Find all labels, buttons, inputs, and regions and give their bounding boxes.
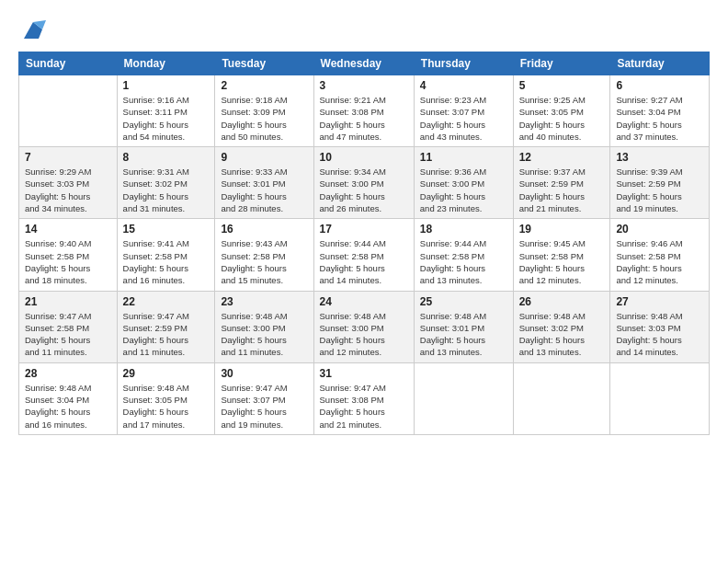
day-number: 15 (123, 223, 210, 236)
day-cell: 6Sunrise: 9:27 AM Sunset: 3:04 PM Daylig… (610, 75, 710, 147)
col-header-saturday: Saturday (610, 52, 710, 75)
day-info: Sunrise: 9:33 AM Sunset: 3:01 PM Dayligh… (221, 166, 307, 214)
day-number: 6 (616, 79, 703, 92)
day-cell (610, 362, 710, 434)
day-number: 20 (616, 223, 703, 236)
day-number: 5 (519, 79, 605, 92)
day-cell: 24Sunrise: 9:48 AM Sunset: 3:00 PM Dayli… (313, 291, 414, 362)
day-number: 19 (519, 223, 605, 236)
day-info: Sunrise: 9:45 AM Sunset: 2:58 PM Dayligh… (519, 237, 605, 286)
day-info: Sunrise: 9:48 AM Sunset: 3:03 PM Dayligh… (616, 310, 703, 359)
day-number: 18 (420, 223, 507, 236)
day-cell: 4Sunrise: 9:23 AM Sunset: 3:07 PM Daylig… (414, 75, 513, 147)
day-info: Sunrise: 9:46 AM Sunset: 2:58 PM Dayligh… (616, 237, 703, 286)
col-header-sunday: Sunday (19, 52, 118, 75)
day-number: 2 (221, 79, 307, 92)
day-number: 24 (320, 295, 408, 308)
day-number: 7 (25, 151, 111, 164)
day-info: Sunrise: 9:48 AM Sunset: 3:01 PM Dayligh… (420, 310, 507, 359)
day-cell: 25Sunrise: 9:48 AM Sunset: 3:01 PM Dayli… (414, 291, 513, 362)
day-info: Sunrise: 9:16 AM Sunset: 3:11 PM Dayligh… (123, 94, 210, 143)
col-header-monday: Monday (117, 52, 215, 75)
day-cell: 26Sunrise: 9:48 AM Sunset: 3:02 PM Dayli… (513, 291, 610, 362)
day-info: Sunrise: 9:48 AM Sunset: 3:02 PM Dayligh… (519, 310, 605, 359)
day-number: 1 (123, 79, 210, 92)
header (18, 17, 710, 42)
day-number: 23 (221, 295, 307, 308)
col-header-thursday: Thursday (414, 52, 513, 75)
day-info: Sunrise: 9:37 AM Sunset: 2:59 PM Dayligh… (519, 166, 605, 214)
day-number: 25 (420, 295, 507, 308)
day-number: 13 (616, 151, 703, 164)
day-cell: 7Sunrise: 9:29 AM Sunset: 3:03 PM Daylig… (19, 147, 118, 219)
day-info: Sunrise: 9:40 AM Sunset: 2:58 PM Dayligh… (25, 237, 111, 286)
day-cell: 2Sunrise: 9:18 AM Sunset: 3:09 PM Daylig… (215, 75, 313, 147)
day-info: Sunrise: 9:47 AM Sunset: 3:08 PM Dayligh… (320, 382, 408, 431)
day-info: Sunrise: 9:41 AM Sunset: 2:58 PM Dayligh… (123, 237, 210, 286)
day-info: Sunrise: 9:36 AM Sunset: 3:00 PM Dayligh… (420, 166, 507, 214)
week-row-4: 21Sunrise: 9:47 AM Sunset: 2:58 PM Dayli… (19, 291, 710, 362)
day-number: 31 (320, 367, 408, 380)
day-cell: 3Sunrise: 9:21 AM Sunset: 3:08 PM Daylig… (313, 75, 414, 147)
day-number: 12 (519, 151, 605, 164)
day-number: 11 (420, 151, 507, 164)
day-number: 14 (25, 223, 111, 236)
day-cell: 22Sunrise: 9:47 AM Sunset: 2:59 PM Dayli… (117, 291, 215, 362)
day-number: 22 (123, 295, 210, 308)
day-cell: 23Sunrise: 9:48 AM Sunset: 3:00 PM Dayli… (215, 291, 313, 362)
logo (18, 17, 46, 42)
day-number: 21 (25, 295, 111, 308)
day-info: Sunrise: 9:43 AM Sunset: 2:58 PM Dayligh… (221, 237, 307, 286)
calendar-table: SundayMondayTuesdayWednesdayThursdayFrid… (18, 52, 710, 435)
week-row-5: 28Sunrise: 9:48 AM Sunset: 3:04 PM Dayli… (19, 362, 710, 434)
day-cell (414, 362, 513, 434)
day-info: Sunrise: 9:48 AM Sunset: 3:04 PM Dayligh… (25, 382, 111, 431)
day-info: Sunrise: 9:21 AM Sunset: 3:08 PM Dayligh… (320, 94, 408, 143)
day-info: Sunrise: 9:44 AM Sunset: 2:58 PM Dayligh… (320, 237, 408, 286)
day-cell: 31Sunrise: 9:47 AM Sunset: 3:08 PM Dayli… (313, 362, 414, 434)
day-cell: 15Sunrise: 9:41 AM Sunset: 2:58 PM Dayli… (117, 219, 215, 291)
day-info: Sunrise: 9:23 AM Sunset: 3:07 PM Dayligh… (420, 94, 507, 143)
calendar-header-row: SundayMondayTuesdayWednesdayThursdayFrid… (19, 52, 710, 75)
day-info: Sunrise: 9:47 AM Sunset: 3:07 PM Dayligh… (221, 382, 307, 431)
day-info: Sunrise: 9:47 AM Sunset: 2:58 PM Dayligh… (25, 310, 111, 359)
day-cell (513, 362, 610, 434)
week-row-1: 1Sunrise: 9:16 AM Sunset: 3:11 PM Daylig… (19, 75, 710, 147)
day-cell: 20Sunrise: 9:46 AM Sunset: 2:58 PM Dayli… (610, 219, 710, 291)
day-cell: 30Sunrise: 9:47 AM Sunset: 3:07 PM Dayli… (215, 362, 313, 434)
day-info: Sunrise: 9:34 AM Sunset: 3:00 PM Dayligh… (320, 166, 408, 214)
day-cell: 13Sunrise: 9:39 AM Sunset: 2:59 PM Dayli… (610, 147, 710, 219)
day-info: Sunrise: 9:29 AM Sunset: 3:03 PM Dayligh… (25, 166, 111, 214)
day-cell: 18Sunrise: 9:44 AM Sunset: 2:58 PM Dayli… (414, 219, 513, 291)
day-number: 27 (616, 295, 703, 308)
day-cell: 16Sunrise: 9:43 AM Sunset: 2:58 PM Dayli… (215, 219, 313, 291)
day-cell (19, 75, 118, 147)
day-number: 16 (221, 223, 307, 236)
day-number: 29 (123, 367, 210, 380)
day-number: 17 (320, 223, 408, 236)
col-header-wednesday: Wednesday (313, 52, 414, 75)
day-cell: 5Sunrise: 9:25 AM Sunset: 3:05 PM Daylig… (513, 75, 610, 147)
day-cell: 17Sunrise: 9:44 AM Sunset: 2:58 PM Dayli… (313, 219, 414, 291)
day-number: 4 (420, 79, 507, 92)
day-cell: 28Sunrise: 9:48 AM Sunset: 3:04 PM Dayli… (19, 362, 118, 434)
day-number: 26 (519, 295, 605, 308)
day-cell: 1Sunrise: 9:16 AM Sunset: 3:11 PM Daylig… (117, 75, 215, 147)
day-info: Sunrise: 9:39 AM Sunset: 2:59 PM Dayligh… (616, 166, 703, 214)
day-number: 30 (221, 367, 307, 380)
day-cell: 11Sunrise: 9:36 AM Sunset: 3:00 PM Dayli… (414, 147, 513, 219)
page: SundayMondayTuesdayWednesdayThursdayFrid… (0, 0, 728, 563)
day-cell: 9Sunrise: 9:33 AM Sunset: 3:01 PM Daylig… (215, 147, 313, 219)
day-number: 28 (25, 367, 111, 380)
logo-icon (20, 17, 46, 42)
day-info: Sunrise: 9:44 AM Sunset: 2:58 PM Dayligh… (420, 237, 507, 286)
col-header-friday: Friday (513, 52, 610, 75)
day-number: 9 (221, 151, 307, 164)
day-cell: 27Sunrise: 9:48 AM Sunset: 3:03 PM Dayli… (610, 291, 710, 362)
day-info: Sunrise: 9:31 AM Sunset: 3:02 PM Dayligh… (123, 166, 210, 214)
day-number: 8 (123, 151, 210, 164)
day-info: Sunrise: 9:48 AM Sunset: 3:00 PM Dayligh… (320, 310, 408, 359)
day-cell: 8Sunrise: 9:31 AM Sunset: 3:02 PM Daylig… (117, 147, 215, 219)
week-row-2: 7Sunrise: 9:29 AM Sunset: 3:03 PM Daylig… (19, 147, 710, 219)
day-info: Sunrise: 9:27 AM Sunset: 3:04 PM Dayligh… (616, 94, 703, 143)
